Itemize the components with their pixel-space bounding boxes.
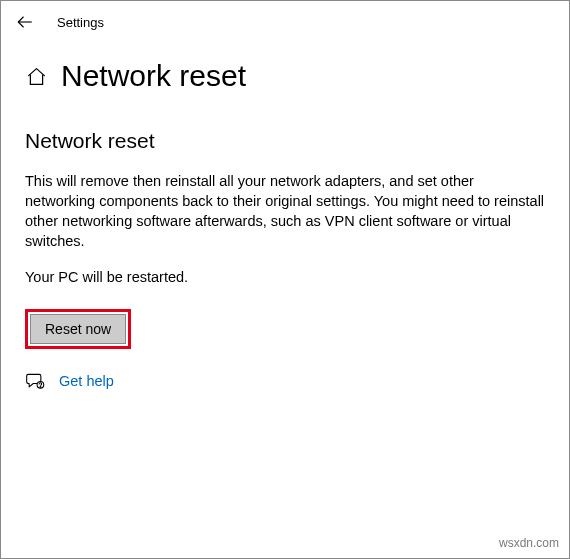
page-title-row: Network reset <box>25 59 545 93</box>
back-arrow-icon[interactable] <box>15 12 35 32</box>
titlebar: Settings <box>1 1 569 43</box>
section-heading: Network reset <box>25 129 545 153</box>
page-title: Network reset <box>61 59 246 93</box>
section-description: This will remove then reinstall all your… <box>25 171 545 251</box>
home-icon[interactable] <box>25 65 47 87</box>
reset-now-button[interactable]: Reset now <box>30 314 126 344</box>
watermark: wsxdn.com <box>499 536 559 550</box>
page-content: Network reset Network reset This will re… <box>1 43 569 391</box>
chat-help-icon <box>25 371 45 391</box>
highlight-box: Reset now <box>25 309 131 349</box>
help-row: Get help <box>25 371 545 391</box>
get-help-link[interactable]: Get help <box>59 373 114 389</box>
restart-note: Your PC will be restarted. <box>25 269 545 285</box>
svg-point-2 <box>40 386 41 387</box>
window-title: Settings <box>57 15 104 30</box>
